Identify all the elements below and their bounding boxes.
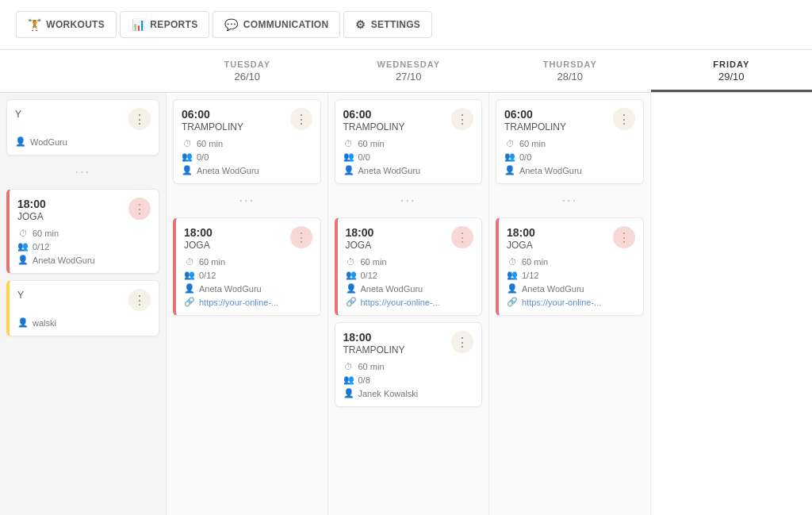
clock-icon: ⏱ [17,229,29,238]
tuesday-card-1-header: Y ⋮ [15,108,151,130]
tuesday-card-3-meta: 👤 walski [17,317,151,328]
fri-joga-spots: 👥 1/12 [507,270,635,280]
thu-trampoliny-2-trainer-val: Janek Kowalski [358,389,419,398]
wed-trampoliny-name: TRAMPOLINY [182,121,243,133]
fri-trampoliny-trainer-val: Aneta WodGuru [519,166,582,175]
thursday-date: 28/10 [502,71,638,83]
person-icon-w2: 👤 [184,283,195,294]
tuesday-card-1-more[interactable]: ⋮ [128,108,151,130]
tuesday-card-3-name: Y [17,290,24,301]
thu-joga-name: JOGA [346,240,374,251]
wed-trampoliny-duration-val: 60 min [197,139,223,148]
thu-trampoliny-2: 18:00 TRAMPOLINY ⋮ ⏱ 60 min 👥 0/8 [335,322,483,407]
fri-joga-meta: ⏱ 60 min 👥 1/12 👤 Aneta WodGuru 🔗 [507,257,635,307]
tuesday-card-2-duration: ⏱ 60 min [17,229,151,238]
wed-joga-link-url[interactable]: https://your-online-... [199,298,278,307]
fri-joga-link-url[interactable]: https://your-online-... [522,298,601,307]
people-icon-w2: 👥 [184,270,195,280]
fri-trampoliny-duration-val: 60 min [519,139,546,148]
thu-joga-spots-val: 0/12 [361,271,377,280]
tuesday-card-1-meta: 👤 WodGuru [15,136,151,147]
tab-settings-label: SETTINGS [371,19,420,30]
tuesday-name: TUESDAY [179,60,316,69]
person-icon-t1: 👤 [343,165,354,175]
thu-trampoliny-meta: ⏱ 60 min 👥 0/0 👤 Aneta WodGuru [343,139,474,175]
people-icon-t1: 👥 [343,152,354,162]
clock-icon-t3: ⏱ [343,362,354,371]
wed-joga-more[interactable]: ⋮ [290,226,312,248]
tuesday-date: 26/10 [179,71,316,83]
wednesday-col: 06:00 TRAMPOLINY ⋮ ⏱ 60 min 👥 0/0 [167,93,328,515]
link-icon-f2: 🔗 [507,297,518,307]
person-icon-3: 👤 [17,317,29,328]
tuesday-card-2: 18:00 JOGA ⋮ ⏱ 60 min 👥 0/12 [6,189,159,274]
thu-trampoliny-2-name: TRAMPOLINY [343,344,405,356]
fri-trampoliny-time: 06:00 [504,108,566,121]
tab-reports[interactable]: 📊 REPORTS [120,11,209,38]
thu-trampoliny-2-spots: 👥 0/8 [343,375,474,385]
wed-trampoliny-header: 06:00 TRAMPOLINY ⋮ [182,108,312,133]
clock-icon-w2: ⏱ [184,257,195,267]
settings-icon: ⚙ [355,18,366,31]
friday-name: FRIDAY [664,60,800,69]
wed-joga: 18:00 JOGA ⋮ ⏱ 60 min 👥 0/12 [173,217,321,316]
friday-date: 29/10 [664,71,800,83]
tuesday-card-3-trainer-name: walski [33,318,56,328]
tuesday-card-3-more[interactable]: ⋮ [128,289,151,311]
thu-joga-more[interactable]: ⋮ [451,226,473,248]
reports-icon: 📊 [132,18,145,31]
wed-trampoliny-duration: ⏱ 60 min [182,139,312,148]
tab-workouts[interactable]: 🏋 WORKOUTS [16,11,117,38]
wed-joga-name: JOGA [184,240,213,251]
top-nav: 🏋 WORKOUTS 📊 REPORTS 💬 COMMUNICATION ⚙ S… [0,0,812,50]
people-icon-t2: 👥 [346,270,357,280]
thu-trampoliny-2-time: 18:00 [343,331,405,344]
tab-communication[interactable]: 💬 COMMUNICATION [213,11,340,38]
thu-trampoliny-2-meta: ⏱ 60 min 👥 0/8 👤 Janek Kowalski [343,362,474,398]
thu-trampoliny-name: TRAMPOLINY [343,121,405,133]
fri-joga: 18:00 JOGA ⋮ ⏱ 60 min 👥 1/12 [496,217,644,316]
wed-joga-meta: ⏱ 60 min 👥 0/12 👤 Aneta WodGuru 🔗 [184,257,312,307]
tuesday-card-1-name: Y [15,109,21,120]
fri-trampoliny-spots: 👥 0/0 [504,152,635,162]
thu-trampoliny-2-spots-val: 0/8 [358,375,370,385]
thu-trampoliny-spots-val: 0/0 [358,152,370,162]
tuesday-card-2-more[interactable]: ⋮ [128,198,151,220]
thu-trampoliny-spots: 👥 0/0 [343,152,474,162]
fri-joga-more[interactable]: ⋮ [613,226,635,248]
person-icon-t2: 👤 [346,283,357,294]
thu-trampoliny-2-trainer: 👤 Janek Kowalski [343,388,474,398]
wed-trampoliny-more[interactable]: ⋮ [290,108,312,130]
fri-trampoliny-name: TRAMPOLINY [504,121,566,133]
fri-joga-trainer: 👤 Aneta WodGuru [507,283,635,294]
tuesday-card-2-name: JOGA [17,211,46,222]
thu-joga-link: 🔗 https://your-online-... [346,297,474,307]
clock-icon-t1: ⏱ [343,139,354,148]
wed-trampoliny-meta: ⏱ 60 min 👥 0/0 👤 Aneta WodGuru [182,139,312,175]
tuesday-card-2-spots: 👥 0/12 [17,241,151,252]
thu-joga: 18:00 JOGA ⋮ ⏱ 60 min 👥 0/12 [335,217,483,316]
fri-trampoliny-more[interactable]: ⋮ [613,108,635,130]
day-col-wrapper: Y ⋮ 👤 WodGuru ··· [0,93,812,515]
tab-reports-label: REPORTS [150,19,197,30]
wed-trampoliny: 06:00 TRAMPOLINY ⋮ ⏱ 60 min 👥 0/0 [173,99,321,184]
thu-joga-header: 18:00 JOGA ⋮ [346,226,474,251]
friday-dots: ··· [496,190,644,211]
wed-joga-link: 🔗 https://your-online-... [184,297,312,307]
fri-joga-spots-val: 1/12 [522,271,538,280]
thu-trampoliny-more[interactable]: ⋮ [451,108,473,130]
thu-trampoliny-time: 06:00 [343,108,405,121]
wednesday-date: 27/10 [341,71,477,83]
wed-joga-spots-val: 0/12 [199,271,216,280]
thu-joga-spots: 👥 0/12 [346,270,474,280]
wednesday-dots: ··· [173,190,321,211]
wed-trampoliny-trainer-val: Aneta WodGuru [197,166,259,175]
thu-trampoliny-2-duration-val: 60 min [358,362,385,371]
thu-trampoliny-2-more[interactable]: ⋮ [451,331,473,353]
workouts-icon: 🏋 [28,18,41,31]
thu-trampoliny-2-header: 18:00 TRAMPOLINY ⋮ [343,331,474,356]
wed-trampoliny-spots: 👥 0/0 [182,152,312,162]
tab-settings[interactable]: ⚙ SETTINGS [343,11,432,38]
thu-joga-link-url[interactable]: https://your-online-... [361,298,440,307]
person-icon-2: 👤 [17,255,29,265]
